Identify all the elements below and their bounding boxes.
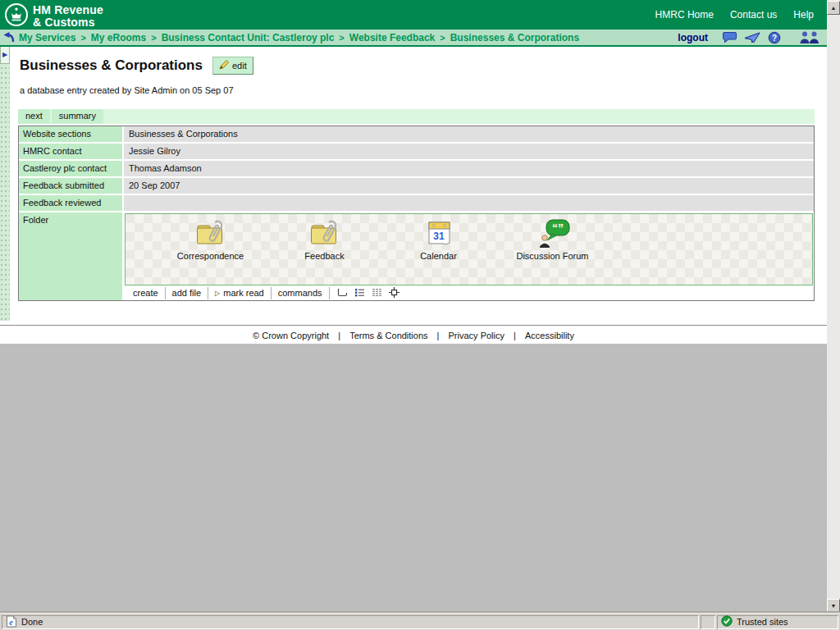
entry-box: next summary Website sections Businesses…: [18, 109, 815, 301]
detail-view-icon[interactable]: [372, 288, 382, 299]
edit-button-label: edit: [232, 61, 247, 71]
entry-table: Website sections Businesses & Corporatio…: [18, 126, 815, 301]
svg-text:?: ?: [772, 33, 777, 42]
back-up-icon[interactable]: [3, 32, 15, 43]
breadcrumb-separator: >: [440, 33, 445, 43]
status-panel: e Done: [2, 615, 699, 629]
crown-icon: [4, 2, 29, 30]
tab-next[interactable]: next: [18, 109, 50, 124]
row-value-feedback-submitted: 20 Sep 2007: [124, 178, 814, 194]
entry-byline: a database entry created by Site Admin o…: [20, 85, 827, 95]
breadcrumb: My Services > My eRooms > Business Conta…: [19, 32, 579, 43]
scroll-down-button[interactable]: ▼: [827, 599, 840, 613]
security-zone-text: Trusted sites: [737, 617, 788, 627]
row-value-website-sections: Businesses & Corporations: [124, 126, 814, 142]
mark-read-button[interactable]: ▷ mark read: [208, 287, 272, 299]
footer-separator: |: [437, 331, 440, 340]
vertical-scrollbar[interactable]: ▲ ▼: [827, 0, 840, 613]
table-row: Feedback reviewed: [19, 195, 814, 212]
page-title: Businesses & Corporations: [20, 57, 203, 74]
create-button[interactable]: create: [126, 287, 166, 299]
tab-summary[interactable]: summary: [52, 109, 103, 124]
ie-page-icon: e: [6, 615, 17, 629]
table-row: Castleroy plc contact Thomas Adamson: [19, 161, 814, 178]
folder-item-calendar[interactable]: 31 Calendar: [381, 219, 495, 261]
footer-link-accessibility[interactable]: Accessibility: [525, 331, 574, 340]
scroll-up-button[interactable]: ▲: [827, 1, 840, 15]
commands-button[interactable]: commands: [272, 287, 330, 299]
status-text: Done: [21, 617, 43, 627]
table-row: HMRC contact Jessie Gilroy: [19, 144, 814, 161]
breadcrumb-business-contact-unit[interactable]: Business Contact Unit: Castleroy plc: [162, 32, 335, 43]
folder-toolbar: create add file ▷ mark read commands: [124, 286, 814, 300]
breadcrumb-my-erooms[interactable]: My eRooms: [91, 32, 146, 43]
crown-copyright-text: © Crown Copyright: [253, 331, 329, 340]
row-value-castleroy-contact: Thomas Adamson: [124, 161, 814, 176]
breadcrumb-my-services[interactable]: My Services: [19, 32, 75, 43]
status-spacer-panel: [701, 615, 715, 629]
folder-item-feedback[interactable]: Calendar Feedback: [267, 219, 381, 261]
folder-item-label: Calendar: [381, 251, 495, 261]
map-view-icon[interactable]: [389, 287, 399, 299]
hmrc-logo: HM Revenue & Customs: [4, 2, 103, 30]
folder-paperclip-icon: [153, 219, 267, 249]
svg-text:“”: “”: [552, 221, 564, 235]
row-label-folder: Folder: [19, 212, 124, 300]
icon-view-icon[interactable]: [337, 288, 348, 299]
tab-strip: next summary: [18, 109, 815, 124]
row-value-hmrc-contact: Jessie Gilroy: [124, 144, 814, 159]
header-links: HMRC Home Contact us Help: [655, 9, 814, 21]
svg-text:31: 31: [433, 231, 445, 242]
edit-button[interactable]: edit: [212, 57, 253, 75]
row-label-feedback-reviewed: Feedback reviewed: [19, 195, 124, 211]
folder-item-label: Feedback: [267, 251, 381, 261]
add-file-button[interactable]: add file: [166, 287, 208, 299]
footer-separator: |: [338, 331, 340, 340]
security-zone-panel: Trusted sites: [717, 615, 838, 629]
page-footer: © Crown Copyright | Terms & Conditions |…: [0, 325, 827, 344]
content-area: ▶ Businesses & Corporations edit a datab…: [0, 47, 827, 325]
header-link-help[interactable]: Help: [793, 9, 814, 21]
trusted-sites-icon: [721, 615, 733, 628]
expand-arrow-icon: ▶: [2, 51, 7, 58]
folder-item-discussion-forum[interactable]: “” Discussion Forum: [495, 219, 609, 261]
breadcrumb-separator: >: [339, 33, 344, 43]
browser-page: HM Revenue & Customs HMRC Home Contact u…: [0, 0, 827, 613]
footer-link-terms[interactable]: Terms & Conditions: [349, 331, 427, 340]
list-view-icon[interactable]: [354, 288, 365, 299]
logo-text: HM Revenue & Customs: [33, 4, 103, 29]
row-label-feedback-submitted: Feedback submitted: [19, 178, 124, 194]
folder-panel: Correspondence: [125, 213, 813, 285]
row-label-website-sections: Website sections: [19, 126, 124, 142]
folder-row: Folder: [19, 212, 814, 300]
breadcrumb-current-page[interactable]: Businesses & Corporations: [450, 32, 579, 43]
members-icon[interactable]: [799, 31, 820, 43]
status-bar: e Done Trusted sites: [0, 613, 840, 630]
send-plane-icon[interactable]: [744, 32, 761, 43]
breadcrumb-separator: >: [80, 33, 85, 43]
mark-read-arrow-icon: ▷: [215, 287, 220, 299]
breadcrumb-bar: My Services > My eRooms > Business Conta…: [0, 30, 827, 47]
header-link-contact-us[interactable]: Contact us: [730, 9, 777, 21]
logout-link[interactable]: logout: [678, 32, 708, 43]
breadcrumb-website-feedback[interactable]: Website Feedback: [349, 32, 435, 43]
chat-bubble-icon[interactable]: [723, 31, 737, 43]
sidebar-expand-handle[interactable]: ▶: [0, 47, 10, 64]
footer-link-privacy[interactable]: Privacy Policy: [449, 331, 504, 340]
sidebar-collapse-strip[interactable]: ▶: [0, 47, 10, 321]
folder-contents: Correspondence: [124, 212, 814, 300]
folder-item-label: Discussion Forum: [495, 251, 609, 261]
footer-separator: |: [514, 331, 516, 340]
breadcrumb-separator: >: [151, 33, 156, 43]
discussion-forum-icon: “”: [495, 219, 609, 249]
svg-text:e: e: [9, 618, 13, 627]
header-link-hmrc-home[interactable]: HMRC Home: [655, 9, 714, 21]
pencil-icon: [217, 59, 229, 71]
help-icon[interactable]: ?: [768, 31, 781, 44]
row-label-hmrc-contact: HMRC contact: [19, 144, 124, 159]
folder-item-correspondence[interactable]: Correspondence: [153, 219, 267, 261]
row-label-castleroy-contact: Castleroy plc contact: [19, 161, 124, 176]
folder-item-label: Correspondence: [153, 251, 267, 261]
folder-paperclip-icon: [267, 219, 381, 249]
calendar-icon: 31: [381, 219, 495, 249]
